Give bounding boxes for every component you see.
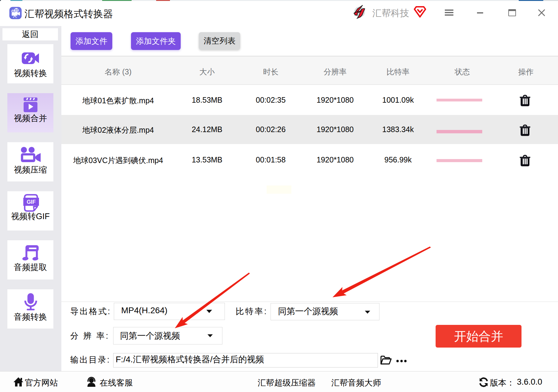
svg-text:GIF: GIF [27,199,36,205]
